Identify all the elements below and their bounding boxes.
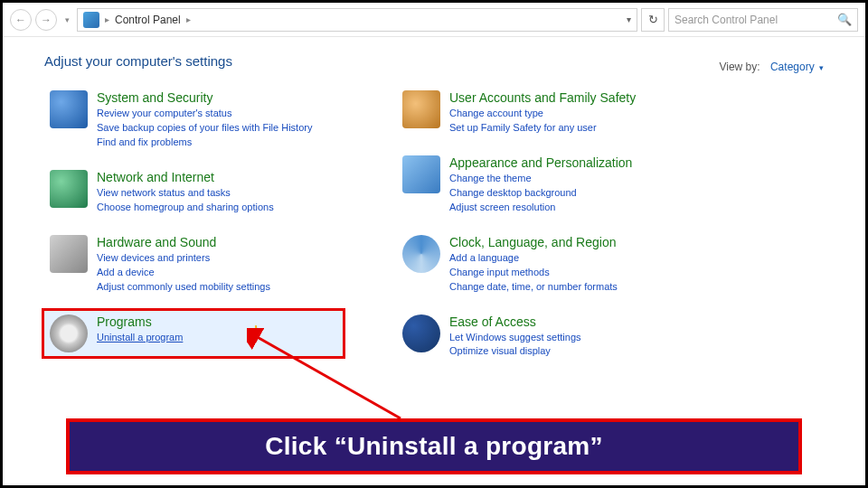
category-link[interactable]: Change input methods: [449, 266, 618, 280]
category-link[interactable]: Adjust commonly used mobility settings: [97, 280, 270, 295]
breadcrumb-root[interactable]: Control Panel: [115, 14, 181, 26]
category-hardware-sound: Hardware and Sound View devices and prin…: [44, 231, 343, 298]
category-link[interactable]: Set up Family Safety for any user: [449, 121, 636, 136]
disc-icon: [50, 314, 88, 352]
category-link[interactable]: Change date, time, or number formats: [449, 280, 618, 295]
right-column: User Accounts and Family Safety Change a…: [397, 87, 695, 362]
category-title[interactable]: Programs: [97, 314, 183, 329]
category-ease-of-access: Ease of Access Let Windows suggest setti…: [397, 311, 695, 363]
viewby-value[interactable]: Category: [770, 61, 815, 73]
category-clock-language: Clock, Language, and Region Add a langua…: [397, 231, 695, 298]
category-title[interactable]: Hardware and Sound: [97, 235, 270, 249]
breadcrumb[interactable]: ▸ Control Panel ▸ ▾: [77, 8, 637, 32]
search-placeholder: Search Control Panel: [675, 14, 778, 26]
category-title[interactable]: Appearance and Personalization: [449, 155, 632, 170]
category-appearance: Appearance and Personalization Change th…: [397, 152, 695, 219]
category-network-internet: Network and Internet View network status…: [44, 166, 343, 219]
clock-icon: [402, 235, 440, 273]
category-title[interactable]: User Accounts and Family Safety: [449, 90, 636, 105]
globe-icon: [50, 170, 88, 208]
page-title: Adjust your computer's settings: [44, 53, 829, 69]
chevron-right-icon: ▸: [105, 14, 109, 24]
toolbar: ← → ▾ ▸ Control Panel ▸ ▾ ↻ Search Contr…: [3, 3, 865, 37]
view-by: View by: Category ▾: [719, 61, 824, 73]
chevron-down-icon[interactable]: ▾: [627, 14, 631, 24]
category-link[interactable]: Review your computer's status: [97, 107, 312, 121]
content-area: Adjust your computer's settings View by:…: [3, 37, 865, 380]
printer-icon: [50, 235, 88, 273]
category-link[interactable]: Choose homegroup and sharing options: [97, 201, 274, 215]
category-link[interactable]: Change the theme: [449, 172, 632, 186]
control-panel-icon: [83, 12, 99, 28]
ease-of-access-icon: [402, 314, 440, 352]
category-user-accounts: User Accounts and Family Safety Change a…: [397, 87, 695, 139]
chevron-down-icon[interactable]: ▾: [819, 63, 824, 72]
category-link[interactable]: Add a language: [449, 251, 618, 266]
left-column: System and Security Review your computer…: [44, 87, 343, 362]
shield-icon: [50, 90, 88, 128]
category-link[interactable]: Optimize visual display: [449, 344, 581, 359]
category-title[interactable]: System and Security: [97, 90, 312, 105]
category-link[interactable]: Save backup copies of your files with Fi…: [97, 121, 312, 136]
annotation-caption: Click “Uninstall a program”: [66, 418, 802, 474]
search-icon: 🔍: [837, 13, 852, 26]
uninstall-program-link[interactable]: Uninstall a program: [97, 331, 183, 345]
search-input[interactable]: Search Control Panel 🔍: [668, 8, 858, 32]
category-link[interactable]: Let Windows suggest settings: [449, 331, 581, 345]
back-button[interactable]: ←: [10, 9, 32, 31]
category-link[interactable]: Add a device: [97, 266, 270, 280]
category-link[interactable]: Find and fix problems: [97, 136, 312, 150]
refresh-button[interactable]: ↻: [641, 8, 665, 32]
category-link[interactable]: View network status and tasks: [97, 186, 274, 201]
category-system-security: System and Security Review your computer…: [44, 87, 343, 154]
category-link[interactable]: Change account type: [449, 107, 636, 121]
viewby-label: View by:: [719, 61, 760, 73]
category-link[interactable]: Adjust screen resolution: [449, 201, 632, 215]
category-grid: System and Security Review your computer…: [44, 87, 829, 362]
category-link[interactable]: Change desktop background: [449, 186, 632, 201]
category-programs: Programs Uninstall a program: [44, 311, 343, 356]
category-title[interactable]: Clock, Language, and Region: [449, 235, 618, 249]
chevron-right-icon: ▸: [186, 14, 191, 24]
forward-button[interactable]: →: [35, 9, 57, 31]
history-dropdown[interactable]: ▾: [61, 9, 73, 31]
category-link[interactable]: View devices and printers: [97, 251, 270, 266]
category-title[interactable]: Ease of Access: [449, 314, 581, 329]
category-title[interactable]: Network and Internet: [97, 170, 274, 184]
users-icon: [402, 90, 440, 128]
monitor-icon: [402, 155, 440, 193]
